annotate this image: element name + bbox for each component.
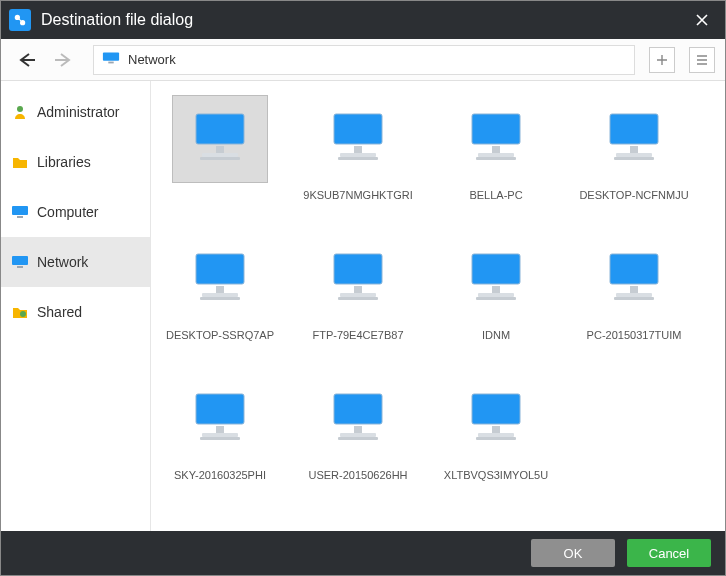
- svg-rect-33: [202, 293, 238, 297]
- computer-icon: [586, 95, 682, 183]
- svg-rect-37: [354, 286, 362, 293]
- svg-rect-12: [216, 146, 224, 153]
- svg-rect-52: [216, 426, 224, 433]
- cancel-button[interactable]: Cancel: [627, 539, 711, 567]
- sidebar-item-label: Shared: [37, 304, 82, 320]
- dialog-window: Destination file dialog Network Administ…: [0, 0, 726, 576]
- item-grid: 2K8-CI-SERVER9KSUB7NMGHKTGRIBELLA-PCDESK…: [151, 89, 725, 509]
- app-icon: [9, 9, 31, 31]
- arrow-left-icon: [15, 51, 37, 69]
- network-computer-item[interactable]: FTP-79E4CE7B87: [289, 229, 427, 369]
- arrow-right-icon: [53, 51, 75, 69]
- dialog-title: Destination file dialog: [41, 11, 687, 29]
- svg-rect-64: [476, 437, 516, 440]
- svg-rect-8: [17, 266, 23, 268]
- close-icon: [695, 13, 709, 27]
- svg-rect-19: [338, 157, 378, 160]
- item-label: XLTBVQS3IMYOL5U: [432, 469, 560, 481]
- dialog-body: AdministratorLibrariesComputerNetworkSha…: [1, 81, 725, 531]
- network-computer-item[interactable]: 2K8-CI-SERVER: [151, 89, 289, 229]
- svg-rect-38: [340, 293, 376, 297]
- svg-rect-55: [334, 394, 382, 424]
- svg-rect-45: [610, 254, 658, 284]
- svg-rect-32: [216, 286, 224, 293]
- svg-rect-54: [200, 437, 240, 440]
- network-computer-item[interactable]: 9KSUB7NMGHKTGRI: [289, 89, 427, 229]
- svg-rect-23: [478, 153, 514, 157]
- titlebar: Destination file dialog: [1, 1, 725, 39]
- svg-rect-7: [12, 256, 28, 265]
- close-button[interactable]: [687, 5, 717, 35]
- network-computer-item[interactable]: IDNM: [427, 229, 565, 369]
- item-label: IDNM: [432, 329, 560, 341]
- sidebar-item-libraries[interactable]: Libraries: [1, 137, 150, 187]
- content-pane: 2K8-CI-SERVER9KSUB7NMGHKTGRIBELLA-PCDESK…: [151, 81, 725, 531]
- svg-rect-62: [492, 426, 500, 433]
- network-computer-item[interactable]: DESKTOP-SSRQ7AP: [151, 229, 289, 369]
- svg-rect-17: [354, 146, 362, 153]
- item-label: BELLA-PC: [432, 189, 560, 201]
- svg-rect-6: [17, 216, 23, 218]
- sidebar-item-administrator[interactable]: Administrator: [1, 87, 150, 137]
- address-bar[interactable]: Network: [93, 45, 635, 75]
- computer-icon: [310, 235, 406, 323]
- computer-icon: [586, 235, 682, 323]
- item-label: USER-20150626HH: [294, 469, 422, 481]
- svg-rect-40: [472, 254, 520, 284]
- svg-rect-14: [200, 157, 240, 160]
- folder-icon: [11, 153, 29, 171]
- item-label: 2K8-CI-SERVER: [156, 189, 284, 201]
- computer-icon: [310, 95, 406, 183]
- svg-rect-29: [614, 157, 654, 160]
- svg-rect-60: [472, 394, 520, 424]
- nav-bar: Network: [1, 39, 725, 81]
- network-computer-item[interactable]: DESKTOP-NCFNMJU: [565, 89, 703, 229]
- svg-point-4: [17, 106, 23, 112]
- network-computer-item[interactable]: BELLA-PC: [427, 89, 565, 229]
- nav-back-button[interactable]: [11, 45, 41, 75]
- ok-button[interactable]: OK: [531, 539, 615, 567]
- dialog-footer: OK Cancel: [1, 531, 725, 575]
- network-computer-item[interactable]: PC-20150317TUIM: [565, 229, 703, 369]
- network-computer-item[interactable]: SKY-20160325PHI: [151, 369, 289, 509]
- item-label: 9KSUB7NMGHKTGRI: [294, 189, 422, 201]
- svg-rect-50: [196, 394, 244, 424]
- computer-icon: [172, 235, 268, 323]
- network-icon: [102, 51, 120, 69]
- svg-rect-48: [616, 293, 652, 297]
- svg-rect-22: [492, 146, 500, 153]
- svg-rect-20: [472, 114, 520, 144]
- network-computer-item[interactable]: USER-20150626HH: [289, 369, 427, 509]
- nav-forward-button[interactable]: [49, 45, 79, 75]
- svg-rect-59: [338, 437, 378, 440]
- address-bar-text: Network: [128, 52, 176, 67]
- sidebar-item-network[interactable]: Network: [1, 237, 150, 287]
- monitor-icon: [11, 203, 29, 221]
- svg-rect-5: [12, 206, 28, 215]
- computer-icon: [448, 95, 544, 183]
- new-folder-button[interactable]: [649, 47, 675, 73]
- svg-rect-35: [334, 254, 382, 284]
- svg-rect-18: [340, 153, 376, 157]
- sidebar-item-shared[interactable]: Shared: [1, 287, 150, 337]
- svg-rect-2: [103, 52, 119, 60]
- user-icon: [11, 103, 29, 121]
- svg-rect-53: [202, 433, 238, 437]
- item-label: SKY-20160325PHI: [156, 469, 284, 481]
- computer-icon: [310, 375, 406, 463]
- shared-icon: [11, 303, 29, 321]
- svg-rect-42: [492, 286, 500, 293]
- svg-rect-30: [196, 254, 244, 284]
- svg-rect-47: [630, 286, 638, 293]
- view-list-button[interactable]: [689, 47, 715, 73]
- network-computer-item[interactable]: XLTBVQS3IMYOL5U: [427, 369, 565, 509]
- item-label: FTP-79E4CE7B87: [294, 329, 422, 341]
- svg-rect-28: [616, 153, 652, 157]
- svg-rect-49: [614, 297, 654, 300]
- computer-icon: [448, 235, 544, 323]
- svg-rect-57: [354, 426, 362, 433]
- svg-point-9: [20, 311, 26, 317]
- sidebar-item-label: Administrator: [37, 104, 119, 120]
- sidebar-item-computer[interactable]: Computer: [1, 187, 150, 237]
- sidebar: AdministratorLibrariesComputerNetworkSha…: [1, 81, 151, 531]
